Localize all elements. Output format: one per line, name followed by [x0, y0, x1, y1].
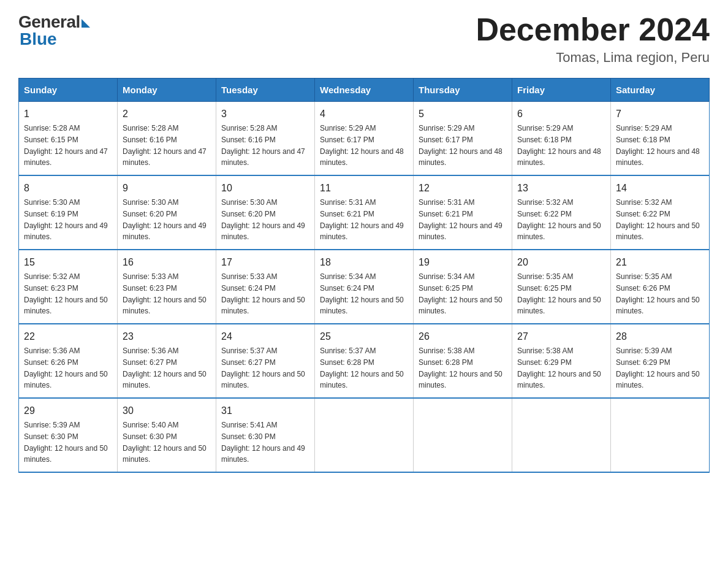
day-number: 20 [517, 255, 605, 270]
column-header-monday: Monday [118, 79, 216, 102]
calendar-cell [315, 398, 414, 472]
day-info: Sunrise: 5:38 AMSunset: 6:28 PMDaylight:… [419, 347, 502, 389]
calendar-cell: 2 Sunrise: 5:28 AMSunset: 6:16 PMDayligh… [118, 102, 216, 176]
day-info: Sunrise: 5:34 AMSunset: 6:24 PMDaylight:… [320, 272, 404, 315]
day-info: Sunrise: 5:29 AMSunset: 6:18 PMDaylight:… [616, 124, 700, 167]
calendar-cell: 28 Sunrise: 5:39 AMSunset: 6:29 PMDaylig… [611, 324, 710, 398]
day-number: 13 [517, 181, 605, 196]
column-header-friday: Friday [512, 79, 611, 102]
calendar-body: 1 Sunrise: 5:28 AMSunset: 6:15 PMDayligh… [19, 102, 710, 473]
logo: General Blue [18, 12, 90, 49]
calendar-cell: 16 Sunrise: 5:33 AMSunset: 6:23 PMDaylig… [118, 250, 216, 324]
day-number: 29 [24, 404, 112, 418]
day-info: Sunrise: 5:30 AMSunset: 6:19 PMDaylight:… [24, 198, 108, 241]
calendar-cell: 19 Sunrise: 5:34 AMSunset: 6:25 PMDaylig… [414, 250, 512, 324]
calendar-cell: 11 Sunrise: 5:31 AMSunset: 6:21 PMDaylig… [315, 175, 414, 250]
column-header-saturday: Saturday [611, 79, 710, 102]
calendar-cell: 27 Sunrise: 5:38 AMSunset: 6:29 PMDaylig… [512, 324, 611, 398]
day-number: 3 [221, 107, 309, 121]
calendar-cell: 22 Sunrise: 5:36 AMSunset: 6:26 PMDaylig… [19, 324, 118, 398]
day-number: 6 [517, 107, 605, 121]
calendar-cell: 29 Sunrise: 5:39 AMSunset: 6:30 PMDaylig… [19, 398, 118, 472]
calendar-cell: 17 Sunrise: 5:33 AMSunset: 6:24 PMDaylig… [216, 250, 315, 324]
day-number: 15 [24, 255, 112, 270]
day-number: 4 [320, 107, 408, 121]
day-info: Sunrise: 5:37 AMSunset: 6:28 PMDaylight:… [320, 347, 404, 389]
calendar-week-row: 29 Sunrise: 5:39 AMSunset: 6:30 PMDaylig… [19, 398, 710, 472]
day-info: Sunrise: 5:29 AMSunset: 6:17 PMDaylight:… [320, 124, 404, 167]
logo-arrow-icon [82, 19, 90, 28]
calendar-cell: 7 Sunrise: 5:29 AMSunset: 6:18 PMDayligh… [611, 102, 710, 176]
day-number: 16 [123, 255, 211, 270]
column-header-thursday: Thursday [414, 79, 512, 102]
column-header-sunday: Sunday [19, 79, 118, 102]
day-info: Sunrise: 5:37 AMSunset: 6:27 PMDaylight:… [221, 347, 305, 389]
day-info: Sunrise: 5:30 AMSunset: 6:20 PMDaylight:… [123, 198, 207, 241]
day-info: Sunrise: 5:39 AMSunset: 6:29 PMDaylight:… [616, 347, 700, 389]
day-number: 14 [616, 181, 704, 196]
calendar-cell: 8 Sunrise: 5:30 AMSunset: 6:19 PMDayligh… [19, 175, 118, 250]
day-number: 8 [24, 181, 112, 196]
day-info: Sunrise: 5:36 AMSunset: 6:26 PMDaylight:… [24, 347, 108, 389]
day-info: Sunrise: 5:29 AMSunset: 6:17 PMDaylight:… [419, 124, 502, 167]
calendar-cell: 13 Sunrise: 5:32 AMSunset: 6:22 PMDaylig… [512, 175, 611, 250]
day-number: 24 [221, 329, 309, 344]
day-number: 21 [616, 255, 704, 270]
calendar-cell: 30 Sunrise: 5:40 AMSunset: 6:30 PMDaylig… [118, 398, 216, 472]
day-number: 5 [419, 107, 507, 121]
day-number: 25 [320, 329, 408, 344]
day-info: Sunrise: 5:29 AMSunset: 6:18 PMDaylight:… [517, 124, 601, 167]
calendar-week-row: 15 Sunrise: 5:32 AMSunset: 6:23 PMDaylig… [19, 250, 710, 324]
day-info: Sunrise: 5:32 AMSunset: 6:22 PMDaylight:… [616, 198, 700, 241]
day-info: Sunrise: 5:31 AMSunset: 6:21 PMDaylight:… [419, 198, 502, 241]
day-info: Sunrise: 5:38 AMSunset: 6:29 PMDaylight:… [517, 347, 601, 389]
day-info: Sunrise: 5:34 AMSunset: 6:25 PMDaylight:… [419, 272, 502, 315]
day-number: 23 [123, 329, 211, 344]
day-info: Sunrise: 5:41 AMSunset: 6:30 PMDaylight:… [221, 421, 305, 464]
calendar-table: SundayMondayTuesdayWednesdayThursdayFrid… [18, 78, 710, 473]
calendar-cell: 12 Sunrise: 5:31 AMSunset: 6:21 PMDaylig… [414, 175, 512, 250]
day-number: 26 [419, 329, 507, 344]
day-number: 30 [123, 404, 211, 418]
calendar-cell: 26 Sunrise: 5:38 AMSunset: 6:28 PMDaylig… [414, 324, 512, 398]
page-header: General Blue December 2024 Tomas, Lima r… [18, 12, 710, 66]
month-title: December 2024 [476, 12, 710, 47]
day-info: Sunrise: 5:32 AMSunset: 6:23 PMDaylight:… [24, 272, 108, 315]
day-info: Sunrise: 5:39 AMSunset: 6:30 PMDaylight:… [24, 421, 108, 464]
day-number: 17 [221, 255, 309, 270]
logo-blue-text: Blue [18, 29, 57, 49]
day-number: 18 [320, 255, 408, 270]
calendar-cell [611, 398, 710, 472]
calendar-cell: 31 Sunrise: 5:41 AMSunset: 6:30 PMDaylig… [216, 398, 315, 472]
day-info: Sunrise: 5:32 AMSunset: 6:22 PMDaylight:… [517, 198, 601, 241]
calendar-week-row: 1 Sunrise: 5:28 AMSunset: 6:15 PMDayligh… [19, 102, 710, 176]
calendar-cell: 5 Sunrise: 5:29 AMSunset: 6:17 PMDayligh… [414, 102, 512, 176]
day-number: 1 [24, 107, 112, 121]
day-info: Sunrise: 5:36 AMSunset: 6:27 PMDaylight:… [123, 347, 207, 389]
day-number: 19 [419, 255, 507, 270]
day-info: Sunrise: 5:35 AMSunset: 6:25 PMDaylight:… [517, 272, 601, 315]
day-info: Sunrise: 5:30 AMSunset: 6:20 PMDaylight:… [221, 198, 305, 241]
day-number: 11 [320, 181, 408, 196]
day-number: 27 [517, 329, 605, 344]
calendar-cell: 3 Sunrise: 5:28 AMSunset: 6:16 PMDayligh… [216, 102, 315, 176]
calendar-cell: 4 Sunrise: 5:29 AMSunset: 6:17 PMDayligh… [315, 102, 414, 176]
day-info: Sunrise: 5:33 AMSunset: 6:24 PMDaylight:… [221, 272, 305, 315]
calendar-week-row: 8 Sunrise: 5:30 AMSunset: 6:19 PMDayligh… [19, 175, 710, 250]
title-block: December 2024 Tomas, Lima region, Peru [476, 12, 710, 66]
day-number: 7 [616, 107, 704, 121]
day-info: Sunrise: 5:31 AMSunset: 6:21 PMDaylight:… [320, 198, 404, 241]
calendar-cell: 9 Sunrise: 5:30 AMSunset: 6:20 PMDayligh… [118, 175, 216, 250]
calendar-cell: 15 Sunrise: 5:32 AMSunset: 6:23 PMDaylig… [19, 250, 118, 324]
column-header-wednesday: Wednesday [315, 79, 414, 102]
day-number: 10 [221, 181, 309, 196]
day-info: Sunrise: 5:35 AMSunset: 6:26 PMDaylight:… [616, 272, 700, 315]
calendar-week-row: 22 Sunrise: 5:36 AMSunset: 6:26 PMDaylig… [19, 324, 710, 398]
day-number: 28 [616, 329, 704, 344]
calendar-cell: 14 Sunrise: 5:32 AMSunset: 6:22 PMDaylig… [611, 175, 710, 250]
calendar-cell: 21 Sunrise: 5:35 AMSunset: 6:26 PMDaylig… [611, 250, 710, 324]
calendar-header-row: SundayMondayTuesdayWednesdayThursdayFrid… [19, 79, 710, 102]
day-info: Sunrise: 5:33 AMSunset: 6:23 PMDaylight:… [123, 272, 207, 315]
column-header-tuesday: Tuesday [216, 79, 315, 102]
day-info: Sunrise: 5:28 AMSunset: 6:16 PMDaylight:… [221, 124, 305, 167]
